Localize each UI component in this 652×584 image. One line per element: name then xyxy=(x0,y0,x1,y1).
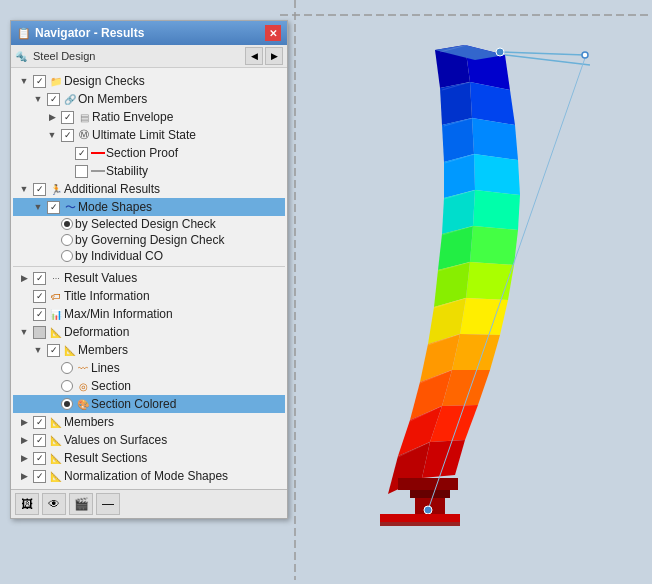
expander-section-proof xyxy=(59,146,73,160)
svg-marker-9 xyxy=(466,262,514,300)
radio-section-colored[interactable] xyxy=(61,398,73,410)
navigator-title: Navigator - Results xyxy=(35,26,144,40)
values-surfaces-icon: 📐 xyxy=(48,432,64,448)
checkbox-ratio-envelope[interactable] xyxy=(61,111,74,124)
expander-on-members[interactable]: ▼ xyxy=(31,92,45,106)
tree-item-norm-mode[interactable]: ▶ 📐 Normalization of Mode Shapes xyxy=(13,467,285,485)
by-individual-label: by Individual CO xyxy=(75,249,163,263)
checkbox-stability[interactable] xyxy=(75,165,88,178)
checkbox-on-members[interactable] xyxy=(47,93,60,106)
mode-shapes-icon: 〜 xyxy=(62,199,78,215)
values-surfaces-label: Values on Surfaces xyxy=(64,433,167,447)
radio-by-governing[interactable] xyxy=(61,234,73,246)
navigator-icon: 📋 xyxy=(17,27,31,40)
bottom-btn-display[interactable]: 🖼 xyxy=(15,493,39,515)
radio-by-selected[interactable] xyxy=(61,218,73,230)
by-selected-label: by Selected Design Check xyxy=(75,217,216,231)
checkbox-section-proof[interactable] xyxy=(75,147,88,160)
stability-icon xyxy=(90,163,106,179)
tree-item-deform-members[interactable]: ▼ 📐 Members xyxy=(13,341,285,359)
checkbox-norm-mode[interactable] xyxy=(33,470,46,483)
tree-item-section[interactable]: ◎ Section xyxy=(13,377,285,395)
expander-deformation[interactable]: ▼ xyxy=(17,325,31,339)
norm-mode-icon: 📐 xyxy=(48,468,64,484)
bottom-btn-line[interactable]: — xyxy=(96,493,120,515)
close-button[interactable]: ✕ xyxy=(265,25,281,41)
maxmin-info-icon: 📊 xyxy=(48,306,64,322)
mode-shapes-label: Mode Shapes xyxy=(78,200,152,214)
tree-item-ultimate-limit[interactable]: ▼ Ⓜ Ultimate Limit State xyxy=(13,126,285,144)
checkbox-maxmin-info[interactable] xyxy=(33,308,46,321)
toolbar-label: Steel Design xyxy=(29,50,243,62)
expander-mode-shapes[interactable]: ▼ xyxy=(31,200,45,214)
checkbox-values-surfaces[interactable] xyxy=(33,434,46,447)
checkbox-result-values[interactable] xyxy=(33,272,46,285)
tree-item-values-surfaces[interactable]: ▶ 📐 Values on Surfaces xyxy=(13,431,285,449)
tree-item-by-selected[interactable]: by Selected Design Check xyxy=(13,216,285,232)
tree-item-additional-results[interactable]: ▼ 🏃 Additional Results xyxy=(13,180,285,198)
tree-item-result-values[interactable]: ▶ ··· Result Values xyxy=(13,269,285,287)
toolbar-forward-button[interactable]: ▶ xyxy=(265,47,283,65)
radio-lines[interactable] xyxy=(61,362,73,374)
expander-deform-members[interactable]: ▼ xyxy=(31,343,45,357)
checkbox-title-info[interactable] xyxy=(33,290,46,303)
expander-result-values[interactable]: ▶ xyxy=(17,271,31,285)
expander-ultimate-limit[interactable]: ▼ xyxy=(45,128,59,142)
checkbox-deform-members[interactable] xyxy=(47,344,60,357)
maxmin-info-label: Max/Min Information xyxy=(64,307,173,321)
tree-item-section-proof[interactable]: Section Proof xyxy=(13,144,285,162)
ultimate-limit-icon: Ⓜ xyxy=(76,127,92,143)
expander-additional-results[interactable]: ▼ xyxy=(17,182,31,196)
tree-item-by-governing[interactable]: by Governing Design Check xyxy=(13,232,285,248)
tree-item-section-colored[interactable]: 🎨 Section Colored xyxy=(13,395,285,413)
lines-icon: 〰 xyxy=(75,360,91,376)
checkbox-mode-shapes[interactable] xyxy=(47,201,60,214)
navigator-titlebar: 📋 Navigator - Results ✕ xyxy=(11,21,287,45)
bottom-btn-view[interactable]: 👁 xyxy=(42,493,66,515)
bottom-btn-animation[interactable]: 🎬 xyxy=(69,493,93,515)
members-group-label: Members xyxy=(64,415,114,429)
radio-section[interactable] xyxy=(61,380,73,392)
expander-design-checks[interactable]: ▼ xyxy=(17,74,31,88)
expander-stability xyxy=(59,164,73,178)
svg-point-35 xyxy=(424,506,432,514)
deform-members-label: Members xyxy=(78,343,128,357)
tree-item-on-members[interactable]: ▼ 🔗 On Members xyxy=(13,90,285,108)
checkbox-result-sections[interactable] xyxy=(33,452,46,465)
tree-item-mode-shapes[interactable]: ▼ 〜 Mode Shapes xyxy=(13,198,285,216)
svg-marker-8 xyxy=(470,226,518,265)
checkbox-design-checks[interactable] xyxy=(33,75,46,88)
radio-by-individual[interactable] xyxy=(61,250,73,262)
norm-mode-label: Normalization of Mode Shapes xyxy=(64,469,228,483)
checkbox-ultimate-limit[interactable] xyxy=(61,129,74,142)
tree-item-lines[interactable]: 〰 Lines xyxy=(13,359,285,377)
expander-members-group[interactable]: ▶ xyxy=(17,415,31,429)
tree-item-members-group[interactable]: ▶ 📐 Members xyxy=(13,413,285,431)
expander-result-sections[interactable]: ▶ xyxy=(17,451,31,465)
tree-item-deformation[interactable]: ▼ 📐 Deformation xyxy=(13,323,285,341)
tree-item-result-sections[interactable]: ▶ 📐 Result Sections xyxy=(13,449,285,467)
expander-norm-mode[interactable]: ▶ xyxy=(17,469,31,483)
tree-item-title-info[interactable]: 🏷 Title Information xyxy=(13,287,285,305)
tree-item-maxmin-info[interactable]: 📊 Max/Min Information xyxy=(13,305,285,323)
ultimate-limit-label: Ultimate Limit State xyxy=(92,128,196,142)
checkbox-deformation[interactable] xyxy=(33,326,46,339)
checkbox-additional-results[interactable] xyxy=(33,183,46,196)
expander-values-surfaces[interactable]: ▶ xyxy=(17,433,31,447)
tree-item-stability[interactable]: Stability xyxy=(13,162,285,180)
toolbar-back-button[interactable]: ◀ xyxy=(245,47,263,65)
tree-item-ratio-envelope[interactable]: ▶ ▤ Ratio Envelope xyxy=(13,108,285,126)
tree-item-by-individual[interactable]: by Individual CO xyxy=(13,248,285,264)
result-sections-icon: 📐 xyxy=(48,450,64,466)
checkbox-members-group[interactable] xyxy=(33,416,46,429)
expander-ratio-envelope[interactable]: ▶ xyxy=(45,110,59,124)
separator-1 xyxy=(13,266,285,267)
tree-item-design-checks[interactable]: ▼ 📁 Design Checks xyxy=(13,72,285,90)
svg-rect-37 xyxy=(380,514,460,522)
on-members-icon: 🔗 xyxy=(62,91,78,107)
title-info-icon: 🏷 xyxy=(48,288,64,304)
svg-point-36 xyxy=(582,52,588,58)
additional-results-icon: 🏃 xyxy=(48,181,64,197)
result-values-label: Result Values xyxy=(64,271,137,285)
svg-marker-16 xyxy=(440,82,472,125)
